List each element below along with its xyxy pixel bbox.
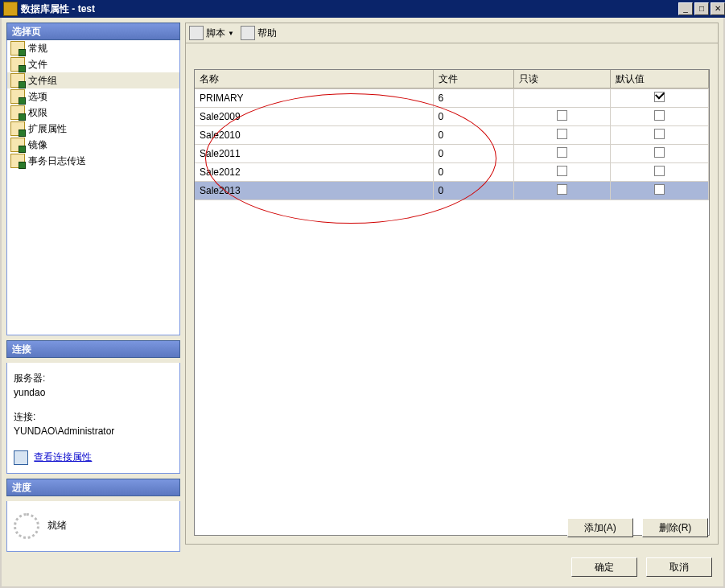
cell-default[interactable] <box>610 89 709 108</box>
default-checkbox[interactable] <box>654 166 665 176</box>
sidebar-item-2[interactable]: 文件组 <box>7 72 179 88</box>
cell-name[interactable]: Sale2013 <box>195 182 433 200</box>
sidebar-item-label: 权限 <box>28 106 47 120</box>
page-icon <box>10 138 25 152</box>
filegroup-grid[interactable]: 名称 文件 只读 默认值 PRIMARY6Sale20090Sale20100S… <box>194 69 710 536</box>
sidebar-item-6[interactable]: 镜像 <box>7 137 179 153</box>
readonly-checkbox[interactable] <box>557 147 567 158</box>
default-checkbox[interactable] <box>654 147 665 158</box>
nav-list: 常规文件文件组选项权限扩展属性镜像事务日志传送 <box>6 40 180 335</box>
page-icon <box>10 154 25 168</box>
cell-name[interactable]: Sale2011 <box>195 145 433 163</box>
sidebar-item-1[interactable]: 文件 <box>7 56 179 72</box>
col-default[interactable]: 默认值 <box>610 70 709 88</box>
readonly-checkbox[interactable] <box>557 166 567 176</box>
cell-file[interactable]: 0 <box>433 182 513 200</box>
page-icon <box>10 105 25 120</box>
sidebar-item-3[interactable]: 选项 <box>7 88 179 105</box>
default-checkbox[interactable] <box>654 110 665 121</box>
connection-value: YUNDAO\Administrator <box>14 424 173 438</box>
table-row[interactable]: Sale20100 <box>195 126 709 145</box>
add-button[interactable]: 添加(A) <box>567 518 633 537</box>
page-icon <box>10 57 25 72</box>
cell-name[interactable]: Sale2012 <box>195 163 433 182</box>
cell-name[interactable]: Sale2010 <box>195 126 433 145</box>
cell-file[interactable]: 0 <box>433 163 513 182</box>
col-name[interactable]: 名称 <box>195 70 433 88</box>
progress-spinner-icon <box>14 513 39 539</box>
page-icon <box>10 73 25 88</box>
readonly-checkbox[interactable] <box>557 129 567 139</box>
cell-file[interactable]: 0 <box>433 145 513 163</box>
cell-readonly[interactable] <box>513 145 610 163</box>
delete-button[interactable]: 删除(R) <box>642 518 708 537</box>
grid-body: PRIMARY6Sale20090Sale20100Sale20110Sale2… <box>195 88 709 535</box>
minimize-button[interactable]: _ <box>678 2 693 15</box>
readonly-checkbox[interactable] <box>557 110 567 121</box>
script-label: 脚本 <box>206 27 225 40</box>
cell-default[interactable] <box>610 182 709 200</box>
content-area: 名称 文件 只读 默认值 PRIMARY6Sale20090Sale20100S… <box>185 43 719 545</box>
connection-label: 连接: <box>14 409 173 424</box>
window-controls: _ □ ✕ <box>677 2 725 15</box>
sidebar-item-label: 镜像 <box>28 138 47 152</box>
cell-default[interactable] <box>610 108 709 126</box>
sidebar-item-label: 文件组 <box>28 74 57 88</box>
sidebar-item-label: 扩展属性 <box>28 122 67 136</box>
col-readonly[interactable]: 只读 <box>513 70 610 88</box>
sidebar-item-label: 文件 <box>28 58 47 72</box>
select-page-header: 选择页 <box>6 23 180 40</box>
default-checkbox[interactable] <box>654 184 665 195</box>
default-checkbox[interactable] <box>654 92 665 102</box>
sidebar-item-label: 选项 <box>28 90 47 104</box>
ok-button[interactable]: 确定 <box>571 557 637 577</box>
readonly-checkbox[interactable] <box>557 184 567 195</box>
table-row[interactable]: Sale20110 <box>195 145 709 163</box>
script-button[interactable]: 脚本 ▼ <box>189 26 234 40</box>
cell-readonly[interactable] <box>513 89 610 108</box>
dialog-footer-buttons: 确定 取消 <box>565 557 712 577</box>
table-row[interactable]: Sale20120 <box>195 163 709 182</box>
cell-file[interactable]: 0 <box>433 108 513 126</box>
view-connection-properties-link[interactable]: 查看连接属性 <box>34 451 92 463</box>
help-icon <box>241 26 255 40</box>
close-button[interactable]: ✕ <box>711 2 725 15</box>
sidebar-item-7[interactable]: 事务日志传送 <box>7 153 179 169</box>
server-label: 服务器: <box>14 371 173 385</box>
default-checkbox[interactable] <box>654 129 665 139</box>
page-icon <box>10 41 25 56</box>
server-value: yundao <box>14 385 173 400</box>
cell-name[interactable]: Sale2009 <box>195 108 433 126</box>
cell-name[interactable]: PRIMARY <box>195 89 433 108</box>
col-file[interactable]: 文件 <box>433 70 513 88</box>
progress-section: 就绪 <box>6 501 180 552</box>
connection-header: 连接 <box>6 340 180 358</box>
cell-readonly[interactable] <box>513 182 610 200</box>
cell-default[interactable] <box>610 145 709 163</box>
cell-file[interactable]: 6 <box>433 89 513 108</box>
help-label: 帮助 <box>257 27 277 40</box>
help-button[interactable]: 帮助 <box>241 26 277 40</box>
sidebar-item-0[interactable]: 常规 <box>7 40 179 56</box>
window-title: 数据库属性 - test <box>21 2 677 16</box>
connection-section: 服务器: yundao 连接: YUNDAO\Administrator 查看连… <box>6 363 180 474</box>
table-row[interactable]: Sale20090 <box>195 108 709 126</box>
progress-status: 就绪 <box>47 519 67 532</box>
table-row[interactable]: Sale20130 <box>195 182 709 200</box>
cell-readonly[interactable] <box>513 108 610 126</box>
sidebar-item-5[interactable]: 扩展属性 <box>7 121 179 137</box>
progress-header: 进度 <box>6 479 180 496</box>
cell-readonly[interactable] <box>513 126 610 145</box>
sidebar-item-label: 常规 <box>28 42 47 56</box>
cell-readonly[interactable] <box>513 163 610 182</box>
cancel-button[interactable]: 取消 <box>646 557 712 577</box>
sidebar-item-4[interactable]: 权限 <box>7 105 179 121</box>
cell-default[interactable] <box>610 163 709 182</box>
cell-default[interactable] <box>610 126 709 145</box>
right-panel: 脚本 ▼ 帮助 名称 文件 只读 默认值 <box>185 23 719 545</box>
titlebar: 数据库属性 - test _ □ ✕ <box>0 0 725 18</box>
cell-file[interactable]: 0 <box>433 126 513 145</box>
table-row[interactable]: PRIMARY6 <box>195 89 709 108</box>
maximize-button[interactable]: □ <box>694 2 709 15</box>
connection-properties-icon <box>14 450 28 465</box>
